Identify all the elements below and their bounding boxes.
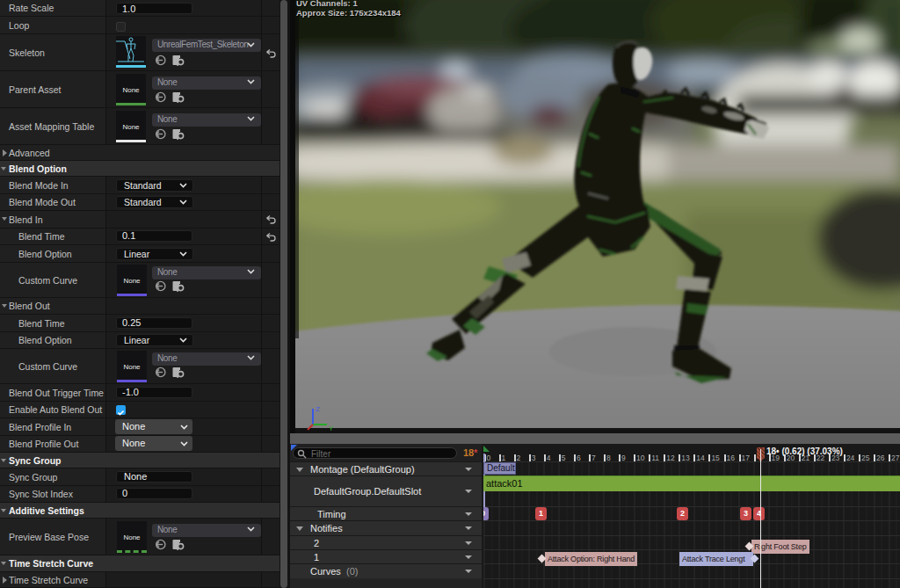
svg-text:Z: Z [316,405,320,413]
svg-text:Y: Y [329,425,334,432]
